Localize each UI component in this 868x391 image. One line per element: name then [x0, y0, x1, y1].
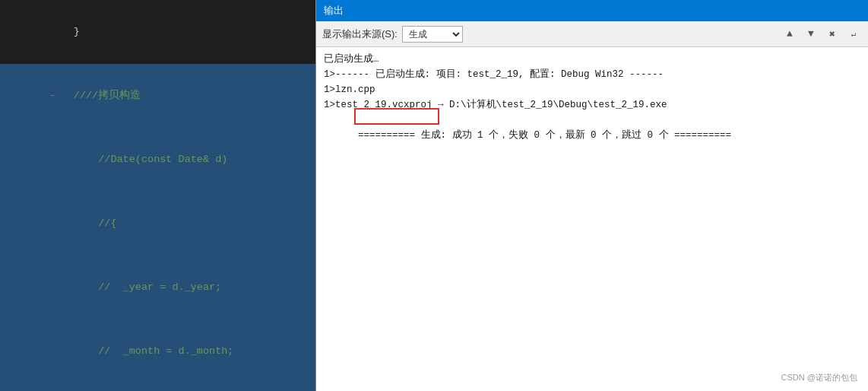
clear-icon[interactable]: ✖ [824, 26, 841, 43]
source-label: 显示输出来源(S): [322, 27, 398, 41]
output-line-2: 1>------ 已启动生成: 项目: test_2_19, 配置: Debug… [324, 67, 860, 82]
code-line-4: //{ [0, 192, 315, 256]
code-line-3: //Date(const Date& d) [0, 128, 315, 192]
code-line-5: // _year = d._year; [0, 256, 315, 319]
code-line-2: − ////拷贝构造 [0, 64, 315, 128]
scroll-up-icon[interactable]: ▲ [781, 26, 798, 43]
code-line-7: // _day = d._day; [0, 383, 315, 391]
line-number-2: − [3, 64, 24, 128]
output-content: 已启动生成… 1>------ 已启动生成: 项目: test_2_19, 配置… [316, 47, 868, 391]
code-line-6: // _month = d._month; [0, 319, 315, 383]
output-title: 输出 [324, 4, 344, 17]
output-titlebar: 输出 [316, 0, 868, 21]
code-editor: } − ////拷贝构造 //Date(const Date& d) //{ [0, 0, 315, 391]
output-line-1: 已启动生成… [324, 52, 860, 67]
source-select[interactable]: 生成 [402, 26, 463, 43]
output-line-4: 1>test_2_19.vcxproj → D:\计算机\test_2_19\D… [324, 97, 860, 113]
output-line-5: ========== 生成: 成功 1 个，失败 0 个，最新 0 个，跳过 0… [324, 113, 860, 158]
code-line-1: } [0, 0, 315, 64]
csdn-watermark: CSDN @诺诺的包包 [781, 370, 857, 385]
scroll-down-icon[interactable]: ▼ [803, 26, 819, 43]
output-line-3: 1>lzn.cpp [324, 82, 860, 97]
output-toolbar: 显示输出来源(S): 生成 ▲ ▼ ✖ ↵ [316, 21, 868, 47]
wrap-icon[interactable]: ↵ [845, 26, 862, 43]
code-lines: } − ////拷贝构造 //Date(const Date& d) //{ [0, 0, 315, 391]
output-panel: 输出 显示输出来源(S): 生成 ▲ ▼ ✖ ↵ 已启动生成… 1>------… [315, 0, 868, 391]
